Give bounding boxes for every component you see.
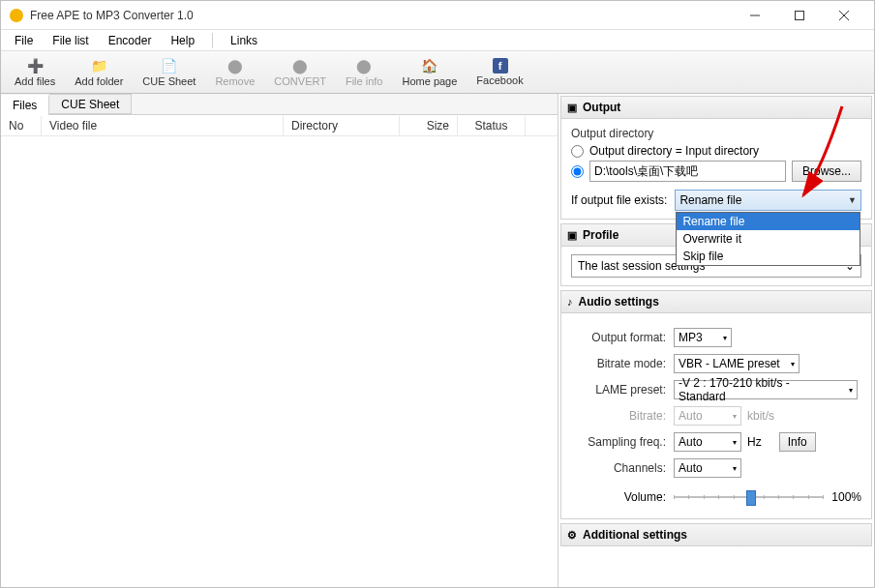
home-icon: 🏠	[421, 57, 438, 74]
file-tabs: Files CUE Sheet	[1, 94, 558, 115]
menu-help[interactable]: Help	[161, 32, 204, 49]
chevron-down-icon: ▾	[791, 360, 795, 368]
home-page-button[interactable]: 🏠 Home page	[392, 55, 467, 89]
output-directory-input[interactable]	[589, 161, 786, 182]
col-video-file[interactable]: Video file	[42, 116, 284, 135]
convert-icon: ⬤	[291, 57, 309, 74]
channels-label: Channels:	[571, 461, 666, 475]
channels-select[interactable]: Auto▾	[674, 458, 741, 478]
output-same-as-input-radio[interactable]	[571, 145, 584, 158]
plus-icon: ➕	[26, 57, 44, 74]
slider-thumb[interactable]	[746, 490, 756, 506]
remove-button[interactable]: ⬤ Remove	[205, 55, 264, 89]
remove-icon: ⬤	[226, 57, 244, 74]
profile-header-label: Profile	[583, 228, 619, 242]
lame-preset-select[interactable]: -V 2 : 170-210 kbit/s - Standard▾	[674, 380, 858, 399]
output-section: Output directory Output directory = Inpu…	[560, 119, 872, 220]
chevron-down-icon: ▾	[849, 386, 853, 395]
note-icon: ♪	[567, 296, 573, 308]
menu-encoder[interactable]: Encoder	[99, 32, 162, 49]
facebook-icon: f	[493, 58, 508, 74]
output-section-header[interactable]: ▣ Output	[560, 96, 872, 119]
file-list[interactable]: No Video file Directory Size Status	[1, 115, 558, 587]
sampling-label: Sampling freq.:	[571, 435, 666, 449]
gear-icon: ⚙	[567, 529, 577, 542]
chevron-down-icon: ▾	[723, 334, 727, 342]
output-exists-label: If output file exists:	[571, 193, 667, 207]
output-exists-dropdown: Rename file Overwrite it Skip file	[676, 212, 860, 266]
document-icon: 📄	[161, 57, 178, 74]
settings-panel: ▣ Output Output directory Output directo…	[558, 94, 874, 587]
info-button[interactable]: Info	[779, 432, 816, 452]
menu-filelist[interactable]: File list	[43, 32, 98, 49]
cue-sheet-button[interactable]: 📄 CUE Sheet	[133, 55, 205, 89]
svg-rect-2	[796, 11, 804, 19]
output-format-select[interactable]: MP3▾	[674, 328, 732, 347]
volume-slider[interactable]	[674, 487, 824, 507]
file-info-button[interactable]: ⬤ File info	[336, 55, 393, 89]
bitrate-mode-select[interactable]: VBR - LAME preset▾	[674, 354, 800, 373]
volume-value: 100%	[831, 490, 861, 504]
add-files-button[interactable]: ➕ Add files	[5, 55, 65, 89]
folder-icon: 📁	[90, 57, 107, 74]
dropdown-item-skip[interactable]: Skip file	[677, 248, 860, 265]
file-list-panel: Files CUE Sheet No Video file Directory …	[1, 94, 558, 587]
menu-file[interactable]: File	[5, 32, 43, 49]
toolbar: ➕ Add files 📁 Add folder 📄 CUE Sheet ⬤ R…	[1, 51, 874, 94]
window-title: Free APE to MP3 Converter 1.0	[30, 9, 733, 22]
col-no[interactable]: No	[1, 116, 42, 135]
menu-separator	[212, 33, 213, 48]
profile-icon: ▣	[567, 229, 577, 242]
convert-button[interactable]: ⬤ CONVERT	[264, 55, 336, 89]
output-same-as-input-label: Output directory = Input directory	[589, 144, 759, 158]
chevron-down-icon: ▾	[733, 464, 737, 473]
file-list-header: No Video file Directory Size Status	[1, 115, 558, 136]
dropdown-item-overwrite[interactable]: Overwrite it	[677, 230, 860, 248]
bitrate-mode-label: Bitrate mode:	[571, 357, 666, 370]
col-size[interactable]: Size	[400, 116, 458, 135]
sampling-select[interactable]: Auto▾	[674, 432, 741, 452]
chevron-down-icon: ▼	[848, 195, 857, 205]
maximize-button[interactable]	[777, 1, 822, 30]
col-status[interactable]: Status	[458, 116, 526, 135]
info-icon: ⬤	[355, 57, 373, 74]
add-folder-button[interactable]: 📁 Add folder	[65, 55, 133, 89]
svg-point-0	[10, 9, 23, 22]
output-exists-combo[interactable]: Rename file ▼ Rename file Overwrite it S…	[675, 190, 861, 211]
lame-preset-label: LAME preset:	[571, 383, 666, 397]
output-custom-dir-radio[interactable]	[571, 165, 584, 178]
dropdown-item-rename[interactable]: Rename file	[677, 213, 860, 230]
close-button[interactable]	[822, 1, 866, 30]
menu-bar: File File list Encoder Help Links	[1, 30, 874, 51]
output-format-label: Output format:	[571, 331, 666, 344]
audio-header-label: Audio settings	[579, 295, 659, 309]
tab-cue-sheet[interactable]: CUE Sheet	[49, 94, 132, 114]
facebook-button[interactable]: f Facebook	[467, 56, 532, 88]
bitrate-select: Auto▾	[674, 406, 741, 426]
col-directory[interactable]: Directory	[284, 116, 400, 135]
output-directory-label: Output directory	[571, 127, 861, 140]
sampling-unit: Hz	[747, 435, 762, 449]
chevron-down-icon: ▾	[733, 438, 737, 447]
app-icon	[9, 8, 24, 23]
output-header-label: Output	[583, 101, 620, 114]
audio-section-header[interactable]: ♪ Audio settings	[560, 290, 872, 313]
browse-button[interactable]: Browse...	[792, 161, 861, 182]
bitrate-label: Bitrate:	[571, 409, 666, 423]
bitrate-unit: kbit/s	[747, 409, 774, 423]
menu-links[interactable]: Links	[221, 32, 267, 49]
additional-section-header[interactable]: ⚙ Additional settings	[560, 523, 872, 546]
minimize-button[interactable]	[733, 1, 777, 30]
output-exists-value: Rename file	[679, 193, 741, 207]
chevron-down-icon: ▾	[733, 412, 737, 421]
tab-files[interactable]: Files	[1, 95, 49, 115]
audio-section: Output format: MP3▾ Bitrate mode: VBR - …	[560, 313, 872, 519]
volume-label: Volume:	[571, 490, 666, 504]
output-icon: ▣	[567, 102, 577, 114]
title-bar: Free APE to MP3 Converter 1.0	[1, 1, 874, 30]
additional-header-label: Additional settings	[583, 528, 687, 542]
